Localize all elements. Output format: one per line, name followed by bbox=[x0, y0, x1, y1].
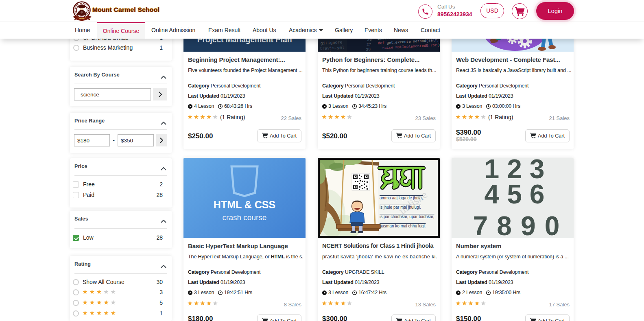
svg-text:HTML & CSS: HTML & CSS bbox=[214, 199, 275, 210]
svg-text:is par chadhkar, upar badhkar,: is par chadhkar, upar badhkar, bbox=[380, 214, 434, 219]
svg-text:is jhule par mai jhulugi.: is jhule par mai jhulugi. bbox=[380, 205, 421, 210]
svg-text:crash course: crash course bbox=[223, 213, 267, 222]
svg-text:aasman ko mai chhu lugi.: aasman ko mai chhu lugi. bbox=[380, 224, 426, 228]
svg-text:amma aaj laga de jhula,: amma aaj laga de jhula, bbox=[380, 196, 423, 200]
svg-text:28: 28 bbox=[366, 47, 371, 52]
svg-text:27: 27 bbox=[367, 42, 371, 47]
